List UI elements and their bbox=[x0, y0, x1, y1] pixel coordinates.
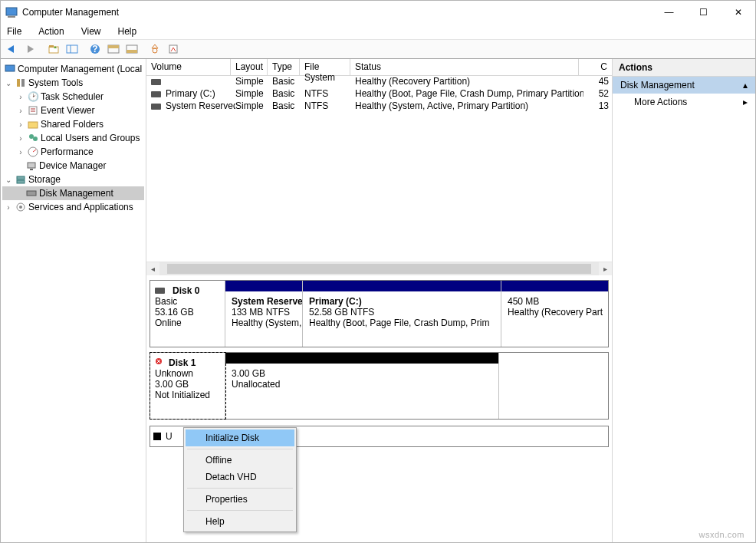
navigation-tree: Computer Management (Local ⌄ System Tool… bbox=[1, 59, 146, 542]
svg-point-35 bbox=[19, 206, 22, 209]
clock-icon: 🕑 bbox=[27, 90, 39, 103]
svg-rect-14 bbox=[127, 50, 137, 53]
tree-services[interactable]: ›Services and Applications bbox=[2, 200, 144, 214]
col-filesystem[interactable]: File System bbox=[300, 59, 350, 75]
disk-1-info[interactable]: Disk 1 Unknown3.00 GBNot Initialized bbox=[150, 353, 225, 419]
toolbar-view-top[interactable] bbox=[105, 41, 122, 58]
svg-rect-29 bbox=[28, 163, 35, 168]
hscrollbar[interactable]: ◂ ▸ bbox=[146, 262, 612, 275]
actions-disk-management[interactable]: Disk Management ▴ bbox=[613, 77, 755, 94]
svg-rect-30 bbox=[30, 169, 33, 170]
close-button[interactable]: ✕ bbox=[721, 1, 755, 24]
toolbar-refresh[interactable] bbox=[146, 41, 163, 58]
submenu-icon: ▸ bbox=[743, 97, 748, 107]
toolbar-showhide[interactable] bbox=[64, 41, 81, 58]
col-layout[interactable]: Layout bbox=[231, 59, 268, 75]
toolbar-back[interactable] bbox=[4, 41, 21, 58]
legend-swatch bbox=[153, 433, 161, 440]
tree-root[interactable]: Computer Management (Local bbox=[2, 62, 144, 76]
ctx-detach-vhd[interactable]: Detach VHD bbox=[186, 469, 294, 485]
col-capacity[interactable]: C bbox=[579, 59, 612, 75]
drive-icon bbox=[151, 91, 161, 97]
device-icon bbox=[25, 160, 38, 172]
partition[interactable]: System Reserved133 MB NTFSHealthy (Syste… bbox=[225, 281, 302, 347]
svg-text:?: ? bbox=[92, 44, 97, 54]
tree-disk-management[interactable]: Disk Management bbox=[2, 186, 144, 200]
partition[interactable]: Primary (C:)52.58 GB NTFSHealthy (Boot, … bbox=[302, 281, 501, 347]
svg-point-26 bbox=[33, 137, 38, 141]
svg-rect-17 bbox=[169, 45, 177, 53]
col-type[interactable]: Type bbox=[268, 59, 300, 75]
storage-icon bbox=[15, 173, 27, 186]
col-status[interactable]: Status bbox=[350, 59, 579, 75]
collapse-icon[interactable]: ⌄ bbox=[4, 176, 13, 184]
expand-icon[interactable]: › bbox=[16, 93, 25, 101]
computer-icon bbox=[4, 63, 16, 75]
expand-icon[interactable]: › bbox=[16, 120, 25, 129]
svg-line-28 bbox=[33, 150, 36, 152]
tree-system-tools[interactable]: ⌄ System Tools bbox=[2, 76, 144, 90]
volume-header: Volume Layout Type File System Status C bbox=[146, 59, 612, 76]
tree-task-scheduler[interactable]: ›🕑Task Scheduler bbox=[2, 90, 144, 104]
tree-local-users[interactable]: ›Local Users and Groups bbox=[2, 131, 144, 145]
expand-icon[interactable]: › bbox=[4, 203, 13, 212]
toolbar-forward[interactable] bbox=[22, 41, 39, 58]
actions-more[interactable]: More Actions ▸ bbox=[613, 94, 755, 110]
tree-device-manager[interactable]: Device Manager bbox=[2, 159, 144, 173]
tree-event-viewer[interactable]: ›Event Viewer bbox=[2, 104, 144, 117]
svg-rect-20 bbox=[21, 79, 25, 87]
minimize-button[interactable]: — bbox=[652, 1, 686, 24]
toolbar-view-bottom[interactable] bbox=[123, 41, 140, 58]
expand-icon[interactable]: › bbox=[16, 148, 25, 156]
actions-pane: Actions Disk Management ▴ More Actions ▸ bbox=[613, 59, 755, 542]
col-volume[interactable]: Volume bbox=[146, 59, 231, 75]
menu-action[interactable]: Action bbox=[35, 25, 67, 38]
error-disk-icon bbox=[155, 357, 166, 368]
scroll-left-button[interactable]: ◂ bbox=[146, 262, 159, 275]
svg-rect-24 bbox=[28, 122, 38, 128]
table-row[interactable]: System Reserved SimpleBasicNTFSHealthy (… bbox=[146, 100, 612, 113]
menu-file[interactable]: File bbox=[4, 25, 25, 38]
svg-marker-15 bbox=[152, 44, 158, 48]
toolbar-props[interactable] bbox=[165, 41, 182, 58]
partition-unallocated[interactable]: 3.00 GBUnallocated bbox=[225, 353, 498, 419]
table-row[interactable]: Primary (C:) SimpleBasicNTFSHealthy (Boo… bbox=[146, 88, 612, 100]
collapse-icon: ▴ bbox=[743, 80, 748, 90]
svg-rect-5 bbox=[49, 45, 54, 48]
disk-0-info: Disk 0 Basic53.16 GBOnline bbox=[150, 281, 225, 347]
ctx-offline[interactable]: Offline bbox=[186, 452, 294, 469]
menu-view[interactable]: View bbox=[78, 25, 104, 38]
tools-icon bbox=[15, 77, 27, 89]
ctx-help[interactable]: Help bbox=[186, 513, 294, 530]
perf-icon bbox=[27, 146, 39, 158]
ctx-properties[interactable]: Properties bbox=[186, 491, 294, 508]
disk-icon bbox=[155, 288, 165, 294]
toolbar: ? bbox=[1, 39, 755, 59]
svg-point-25 bbox=[29, 134, 34, 139]
toolbar-help[interactable]: ? bbox=[87, 41, 104, 58]
tree-shared-folders[interactable]: ›Shared Folders bbox=[2, 117, 144, 131]
collapse-icon[interactable]: ⌄ bbox=[4, 79, 13, 87]
legend-label: U bbox=[166, 431, 173, 442]
menu-help[interactable]: Help bbox=[115, 25, 140, 38]
ctx-initialize-disk[interactable]: Initialize Disk bbox=[186, 429, 294, 446]
scroll-thumb[interactable] bbox=[167, 264, 591, 274]
svg-rect-7 bbox=[67, 45, 77, 53]
toolbar-up[interactable] bbox=[45, 41, 62, 58]
partition[interactable]: 450 MBHealthy (Recovery Part bbox=[501, 281, 608, 347]
svg-rect-0 bbox=[6, 8, 17, 15]
tree-performance[interactable]: ›Performance bbox=[2, 145, 144, 159]
svg-marker-3 bbox=[28, 45, 34, 53]
disk-1-block[interactable]: Disk 1 Unknown3.00 GBNot Initialized 3.0… bbox=[150, 352, 609, 420]
menubar: File Action View Help bbox=[1, 24, 755, 39]
context-menu: Initialize Disk Offline Detach VHD Prope… bbox=[183, 427, 297, 532]
services-icon bbox=[15, 201, 27, 213]
maximize-button[interactable]: ☐ bbox=[686, 1, 721, 24]
tree-storage[interactable]: ⌄Storage bbox=[2, 173, 144, 186]
app-icon bbox=[5, 6, 18, 18]
table-row[interactable]: SimpleBasicHealthy (Recovery Partition)4… bbox=[146, 76, 612, 88]
expand-icon[interactable]: › bbox=[16, 134, 25, 143]
expand-icon[interactable]: › bbox=[16, 107, 25, 115]
disk-0-block[interactable]: Disk 0 Basic53.16 GBOnline System Reserv… bbox=[150, 280, 609, 347]
scroll-right-button[interactable]: ▸ bbox=[599, 262, 612, 275]
